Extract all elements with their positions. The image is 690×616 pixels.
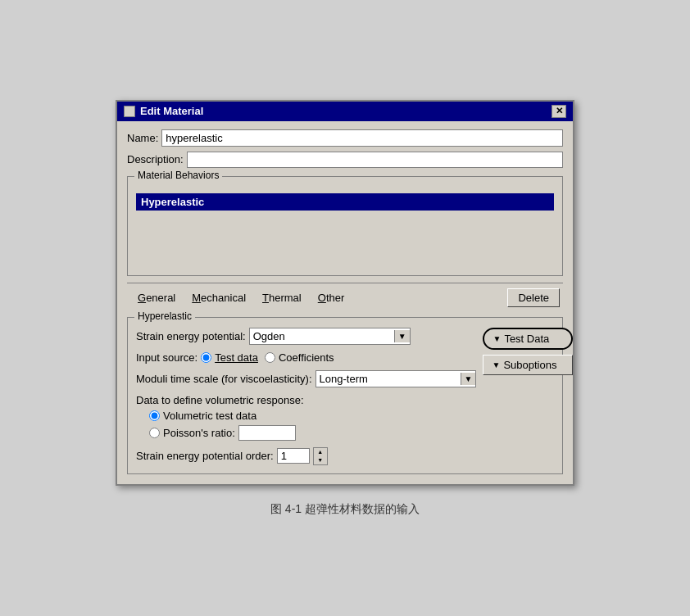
radio-volumetric-test-input[interactable] <box>149 410 160 421</box>
menu-item-mechanical[interactable]: Mechanical <box>184 288 253 307</box>
radio-volumetric-test[interactable]: Volumetric test data <box>149 410 256 422</box>
moduli-row: Moduli time scale (for viscoelasticity):… <box>136 370 476 387</box>
volumetric-title: Data to define volumetric response: <box>136 394 476 406</box>
material-behaviors-title: Material Behaviors <box>134 170 222 181</box>
order-row: Strain energy potential order: ▲ ▼ <box>136 447 476 465</box>
radio-test-data-label: Test data <box>215 351 258 364</box>
test-data-button[interactable]: ▼ Test Data <box>483 328 573 350</box>
input-source-row: Input source: Test data Coefficients <box>136 351 476 364</box>
hyper-right: ▼ Test Data ▼ Suboptions <box>483 328 573 465</box>
strain-energy-input[interactable] <box>250 328 394 344</box>
description-label: Description: <box>127 153 184 165</box>
volumetric-radio-row-1: Volumetric test data <box>149 410 476 422</box>
radio-volumetric-test-label: Volumetric test data <box>163 410 256 422</box>
title-bar: Edit Material ✕ <box>117 102 573 121</box>
title-bar-left: Edit Material <box>124 105 203 117</box>
hyperelastic-group-title: Hyperelastic <box>134 310 195 322</box>
moduli-arrow[interactable]: ▼ <box>461 373 476 385</box>
window-icon <box>124 106 135 117</box>
order-label: Strain energy potential order: <box>136 450 274 462</box>
radio-coefficients-label: Coefficients <box>279 351 334 364</box>
dialog-body: Name: Description: Material Behaviors Hy… <box>117 121 573 484</box>
suboptions-button[interactable]: ▼ Suboptions <box>483 355 573 375</box>
radio-poisson-label: Poisson's ratio: <box>163 427 235 439</box>
description-input[interactable] <box>187 152 563 168</box>
menu-bar: General Mechanical Thermal Other Delete <box>127 283 563 312</box>
spinner-up-button[interactable]: ▲ <box>314 448 327 456</box>
material-behaviors-group: Material Behaviors Hyperelastic <box>127 176 563 276</box>
description-row: Description: <box>127 152 563 168</box>
strain-energy-combo[interactable]: ▼ <box>249 328 411 345</box>
suboptions-arrow-icon: ▼ <box>492 360 500 369</box>
radio-coefficients[interactable]: Coefficients <box>265 351 334 364</box>
name-label: Name: <box>127 132 158 144</box>
behavior-item-hyperelastic[interactable]: Hyperelastic <box>136 193 554 211</box>
input-source-label: Input source: <box>136 351 197 364</box>
hyperelastic-group: Hyperelastic Strain energy potential: ▼ <box>127 317 563 474</box>
radio-test-data-input[interactable] <box>201 352 211 363</box>
menu-item-thermal[interactable]: Thermal <box>255 288 309 307</box>
poisson-input[interactable] <box>238 425 296 441</box>
strain-energy-label: Strain energy potential: <box>136 330 246 342</box>
window-title: Edit Material <box>140 105 203 117</box>
hyper-content: Strain energy potential: ▼ Input source: <box>136 328 554 465</box>
menu-item-other-label: Other <box>318 292 345 304</box>
moduli-label: Moduli time scale (for viscoelasticity): <box>136 373 312 385</box>
menu-item-general-label: General <box>138 292 175 304</box>
menu-item-mechanical-label: Mechanical <box>192 292 246 304</box>
test-data-arrow-icon: ▼ <box>493 334 501 343</box>
name-row: Name: <box>127 129 563 147</box>
input-source-radio-group: Test data Coefficients <box>201 351 334 364</box>
strain-energy-row: Strain energy potential: ▼ <box>136 328 476 345</box>
spinner-down-button[interactable]: ▼ <box>314 456 327 464</box>
moduli-combo[interactable]: ▼ <box>315 370 477 387</box>
order-input[interactable] <box>277 448 310 464</box>
radio-test-data[interactable]: Test data <box>201 351 258 364</box>
radio-poisson[interactable]: Poisson's ratio: <box>149 427 235 439</box>
menu-item-other[interactable]: Other <box>311 288 352 307</box>
hyper-left: Strain energy potential: ▼ Input source: <box>136 328 476 465</box>
radio-poisson-input[interactable] <box>149 428 160 438</box>
radio-coefficients-input[interactable] <box>265 352 275 363</box>
menu-item-thermal-label: Thermal <box>262 292 302 304</box>
menu-item-general[interactable]: General <box>130 288 183 307</box>
edit-material-dialog: Edit Material ✕ Name: Description: Mater… <box>116 100 574 486</box>
strain-energy-arrow[interactable]: ▼ <box>394 330 410 342</box>
test-data-label: Test Data <box>504 333 549 345</box>
spinner-arrows: ▲ ▼ <box>313 447 328 465</box>
volumetric-radio-row-2: Poisson's ratio: <box>149 425 476 441</box>
menu-items: General Mechanical Thermal Other <box>130 288 352 307</box>
name-input[interactable] <box>161 129 563 147</box>
behaviors-list[interactable]: Hyperelastic <box>136 193 554 267</box>
volumetric-section: Data to define volumetric response: Volu… <box>136 394 476 441</box>
figure-caption: 图 4-1 超弹性材料数据的输入 <box>270 502 420 517</box>
delete-button[interactable]: Delete <box>507 288 560 307</box>
suboptions-label: Suboptions <box>503 359 556 371</box>
moduli-input[interactable] <box>316 371 461 387</box>
close-button[interactable]: ✕ <box>552 105 566 118</box>
